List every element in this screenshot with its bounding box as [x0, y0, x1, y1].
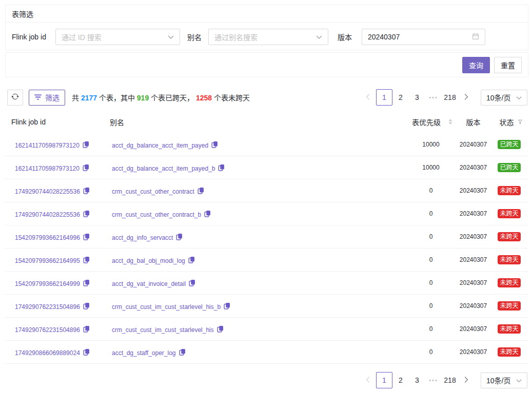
copy-icon[interactable]: [198, 187, 204, 194]
copy-icon[interactable]: [218, 164, 225, 171]
job-id-link[interactable]: 1749290744028225536: [15, 188, 80, 195]
priority-value: 0: [429, 348, 433, 356]
copy-icon[interactable]: [83, 325, 90, 333]
page-number-3[interactable]: 3: [409, 89, 425, 106]
priority-cell: 0: [405, 325, 457, 333]
job-id-select[interactable]: 通过 ID 搜索: [55, 29, 180, 45]
table-body: 1621411705987973120acct_dg_balance_acct_…: [5, 133, 528, 364]
job-id-cell: 1621411705987973120: [5, 163, 109, 172]
version-cell: 20240307: [457, 164, 490, 171]
query-button[interactable]: 查询: [462, 57, 490, 73]
alias-link[interactable]: crm_cust_cust_im_cust_starlevel_his_b: [112, 303, 221, 311]
job-id-link[interactable]: 1542097993662164996: [15, 234, 80, 241]
alias-link[interactable]: acct_dg_info_servacct: [112, 234, 173, 241]
priority-value: 0: [429, 233, 433, 240]
job-id-link[interactable]: 1621411705987973120: [15, 165, 80, 172]
version-cell: 20240307: [457, 325, 490, 333]
chevron-right-icon: [464, 376, 468, 384]
summary-text: 个表未跨天: [212, 94, 250, 102]
copy-icon[interactable]: [188, 256, 195, 263]
status-badge: 未跨天: [498, 347, 521, 357]
priority-cell: 0: [405, 302, 457, 309]
job-id-link[interactable]: 1749290762231504896: [15, 326, 80, 334]
status-badge: 未跨天: [498, 255, 521, 264]
copy-icon[interactable]: [83, 348, 90, 356]
alias-link[interactable]: acct_dg_vat_invoice_detail: [112, 280, 186, 287]
page-number-3[interactable]: 3: [409, 372, 425, 388]
table-header-row: Flink job id 别名 表优先级 版本 状态: [5, 110, 528, 133]
pagination-ellipsis[interactable]: •••: [425, 89, 442, 106]
alias-link[interactable]: crm_cust_cust_im_cust_starlevel_his: [112, 326, 214, 334]
copy-icon[interactable]: [83, 279, 90, 286]
page-size-select[interactable]: 10条/页: [481, 90, 527, 106]
alias-link[interactable]: acct_dg_balance_acct_item_payed: [112, 142, 208, 149]
column-header-job-id: Flink job id: [5, 118, 109, 126]
next-page-button[interactable]: [458, 372, 475, 388]
filter-form-row: Flink job id 通过 ID 搜索 别名 通过别名搜索 版本 20240…: [6, 23, 528, 50]
priority-cell: 0: [405, 279, 457, 286]
version-date-input[interactable]: 20240307: [362, 29, 485, 45]
job-id-link[interactable]: 1749290762231504896: [15, 303, 80, 311]
status-cell: 未跨天: [490, 232, 528, 241]
summary-text: 共: [72, 94, 81, 102]
copy-icon[interactable]: [204, 210, 211, 217]
copy-icon[interactable]: [224, 302, 230, 309]
version-date-value: 20240307: [368, 33, 400, 41]
chevron-down-icon: [316, 33, 322, 41]
priority-value: 0: [429, 187, 433, 194]
copy-icon[interactable]: [217, 325, 224, 333]
priority-value: 0: [429, 325, 433, 333]
page-number-2[interactable]: 2: [392, 372, 409, 388]
status-badge: 已跨天: [498, 140, 521, 149]
status-badge: 未跨天: [498, 186, 521, 195]
priority-cell: 10000: [405, 164, 457, 171]
alias-cell: crm_cust_cust_other_contract: [109, 187, 405, 195]
next-page-button[interactable]: [458, 89, 475, 106]
pagination-ellipsis[interactable]: •••: [425, 372, 442, 388]
page-number-1[interactable]: 1: [376, 372, 392, 388]
alias-select[interactable]: 通过别名搜索: [208, 29, 328, 45]
alias-link[interactable]: crm_cust_cust_other_contract_b: [112, 211, 201, 218]
copy-icon[interactable]: [83, 302, 90, 309]
job-id-link[interactable]: 1542097993662164995: [15, 257, 80, 264]
copy-icon[interactable]: [211, 141, 218, 148]
page-number-218[interactable]: 218: [442, 372, 458, 388]
copy-icon[interactable]: [176, 233, 183, 240]
copy-icon[interactable]: [83, 164, 89, 171]
alias-link[interactable]: crm_cust_cust_other_contract: [112, 188, 194, 195]
alias-link[interactable]: acct_dg_bal_obj_modi_log: [112, 257, 185, 264]
column-header-priority[interactable]: 表优先级: [405, 117, 457, 127]
table-row: 1542097993662164995acct_dg_bal_obj_modi_…: [5, 249, 528, 272]
copy-icon[interactable]: [83, 233, 90, 240]
page-number-1[interactable]: 1: [376, 89, 392, 106]
table-row: 1749290762231504896crm_cust_cust_im_cust…: [5, 318, 528, 341]
status-cell: 未跨天: [490, 186, 528, 195]
filter-toggle-button[interactable]: 筛选: [29, 90, 65, 106]
job-id-link[interactable]: 1621411705987973120: [15, 142, 80, 149]
job-id-link[interactable]: 1749290866069889024: [15, 349, 80, 357]
copy-icon[interactable]: [83, 256, 90, 263]
copy-icon[interactable]: [189, 279, 195, 286]
column-header-alias: 别名: [109, 117, 405, 127]
reset-button[interactable]: 重置: [494, 57, 522, 73]
job-id-link[interactable]: 1542097993662164999: [15, 280, 80, 287]
job-id-link[interactable]: 1749290744028225536: [15, 211, 80, 218]
filter-funnel-icon[interactable]: [518, 119, 522, 125]
copy-icon[interactable]: [83, 141, 89, 148]
page-size-select[interactable]: 10条/页: [481, 373, 527, 388]
job-id-cell: 1749290762231504896: [5, 325, 109, 334]
copy-icon[interactable]: [179, 348, 186, 356]
table-row: 1621411705987973120acct_dg_balance_acct_…: [5, 133, 528, 156]
alias-cell: crm_cust_cust_im_cust_starlevel_his_b: [109, 302, 405, 311]
toolbar: 筛选 共 2177 个表，其中 919 个表已跨天， 1258 个表未跨天 12…: [5, 89, 528, 106]
page-number-218[interactable]: 218: [442, 89, 458, 106]
copy-icon[interactable]: [83, 187, 90, 194]
alias-link[interactable]: acct_dg_balance_acct_item_payed_b: [112, 165, 215, 172]
alias-link[interactable]: acct_dg_staff_oper_log: [112, 349, 176, 357]
job-id-cell: 1621411705987973120: [5, 140, 109, 149]
refresh-button[interactable]: [7, 90, 23, 106]
sorter-icon[interactable]: [448, 119, 452, 125]
table-row: 1542097993662164999acct_dg_vat_invoice_d…: [5, 272, 528, 295]
page-number-2[interactable]: 2: [392, 89, 409, 106]
copy-icon[interactable]: [83, 210, 90, 217]
